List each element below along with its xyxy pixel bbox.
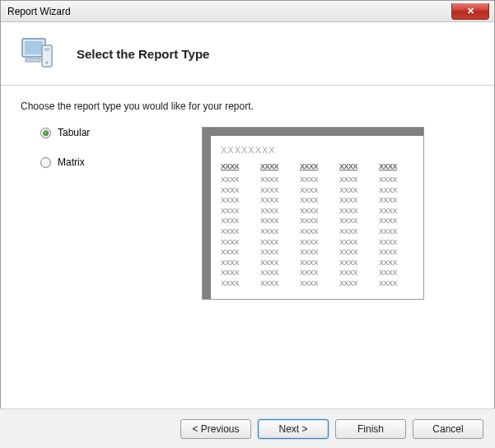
wizard-footer: < Previous Next > Finish Cancel — [0, 408, 495, 448]
window-title: Report Wizard — [7, 6, 71, 17]
close-button[interactable]: ✕ — [451, 3, 489, 20]
report-type-options: Tabular Matrix — [21, 127, 202, 186]
svg-point-4 — [46, 62, 49, 64]
next-button[interactable]: Next > — [258, 419, 329, 439]
previous-button[interactable]: < Previous — [180, 419, 251, 439]
option-tabular[interactable]: Tabular — [40, 127, 202, 138]
option-matrix[interactable]: Matrix — [40, 156, 202, 168]
preview-page: XXXXXXXX XXXXXXXXXXXXXXXXXXXX XXXXXXXXXX… — [211, 136, 423, 299]
option-label: Tabular — [58, 127, 90, 138]
svg-rect-1 — [25, 41, 43, 54]
radio-icon — [40, 128, 51, 138]
close-icon: ✕ — [467, 6, 474, 16]
report-preview: XXXXXXXX XXXXXXXXXXXXXXXXXXXX XXXXXXXXXX… — [202, 127, 424, 300]
cancel-button[interactable]: Cancel — [413, 419, 483, 439]
finish-button[interactable]: Finish — [335, 419, 406, 439]
svg-rect-5 — [26, 58, 40, 62]
option-label: Matrix — [58, 156, 85, 168]
svg-rect-3 — [44, 48, 49, 51]
page-title: Select the Report Type — [77, 47, 209, 61]
radio-icon — [40, 157, 51, 168]
titlebar: Report Wizard ✕ — [1, 1, 494, 22]
computer-icon — [17, 34, 57, 73]
wizard-content: Choose the report type you would like fo… — [1, 86, 494, 415]
wizard-header: Select the Report Type — [1, 22, 494, 86]
instruction-text: Choose the report type you would like fo… — [21, 100, 474, 112]
